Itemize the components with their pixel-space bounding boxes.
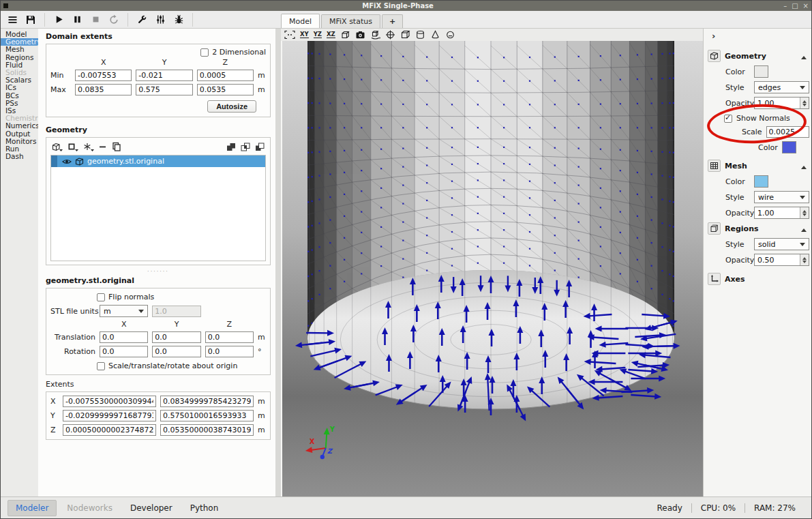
mesh-props-icon [708, 160, 721, 172]
xmax-field[interactable] [75, 84, 132, 95]
stop-icon[interactable] [87, 12, 104, 27]
geometry-group: geometry.stl.original [46, 137, 271, 265]
collapse-section-icon[interactable] [801, 53, 807, 59]
sidebar-item-mesh[interactable]: Mesh [1, 46, 38, 53]
collapse-panel-icon[interactable]: › [708, 31, 809, 46]
mesh-color-swatch[interactable] [754, 175, 768, 188]
translation-x-field[interactable] [100, 331, 148, 343]
origin-axes-icon[interactable] [385, 29, 395, 40]
settings-wrench-icon[interactable] [134, 12, 150, 27]
regions-props-icon [708, 222, 721, 235]
translation-z-field[interactable] [205, 331, 254, 343]
zmax-field[interactable] [197, 84, 254, 95]
geometry-list: geometry.stl.original [50, 155, 266, 261]
mode-modeler[interactable]: Modeler [7, 500, 57, 516]
flip-normals-checkbox[interactable] [97, 293, 105, 301]
tab-mfix-status[interactable]: MFiX status [321, 14, 380, 28]
ymax-field[interactable] [136, 84, 192, 95]
geometry-style-dropdown[interactable]: edges [754, 81, 809, 93]
geometry-visibility-icon[interactable] [400, 29, 410, 40]
mesh-props-header[interactable]: Mesh [708, 160, 809, 172]
rotation-x-field[interactable] [100, 346, 148, 357]
two-dimensional-checkbox[interactable] [200, 48, 209, 57]
parameters-sliders-icon[interactable] [152, 12, 168, 27]
ymin-field[interactable] [136, 70, 192, 81]
add-primitive-icon[interactable] [67, 143, 78, 151]
translation-label: Translation [50, 333, 95, 342]
regions-props-header[interactable]: Regions [708, 222, 809, 235]
chevron-down-icon [800, 86, 805, 92]
add-geometry-icon[interactable] [52, 143, 63, 151]
extents-xmax-field[interactable] [160, 396, 254, 407]
view-xy-icon[interactable]: XY [300, 29, 309, 40]
geometry-opacity-spinner[interactable]: 1.00 [754, 97, 809, 109]
tab-new[interactable]: + [382, 14, 403, 28]
mesh-opacity-spinner[interactable]: 1.00 [754, 207, 809, 219]
reset-icon[interactable] [106, 12, 122, 27]
debug-bug-icon[interactable] [170, 12, 187, 27]
reset-view-icon[interactable] [284, 29, 295, 40]
rotate-view-icon[interactable] [370, 29, 380, 40]
add-filter-icon[interactable] [83, 143, 94, 151]
close-button[interactable]: × [803, 2, 809, 10]
status-ready: Ready [648, 503, 691, 513]
remove-geometry-icon[interactable] [99, 143, 107, 151]
xmin-field[interactable] [75, 70, 132, 81]
menu-icon[interactable] [4, 12, 20, 27]
geometry-props-header[interactable]: Geometry [708, 50, 809, 62]
show-normals-checkbox[interactable] [724, 115, 732, 123]
regions-opacity-spinner[interactable]: 0.50 [754, 254, 809, 266]
minimize-button[interactable]: – [783, 2, 787, 10]
autosize-button[interactable]: Autosize [207, 100, 256, 113]
visibility-eye-icon[interactable] [62, 158, 72, 166]
extents-ymin-field[interactable] [63, 410, 156, 421]
sidebar-item-dash[interactable]: Dash [1, 153, 38, 160]
sidebar-item-ics[interactable]: ICs [1, 84, 38, 91]
show-normals-label: Show Normals [736, 114, 790, 123]
regions-visibility-icon[interactable] [430, 29, 440, 40]
panel-splitter[interactable] [275, 29, 281, 496]
rotation-y-field[interactable] [152, 346, 200, 357]
perspective-icon[interactable] [340, 29, 350, 40]
sidebar-item-numerics[interactable]: Numerics [1, 122, 38, 130]
geometry-color-swatch[interactable] [754, 65, 768, 78]
translation-y-field[interactable] [152, 331, 200, 343]
normals-visibility-icon[interactable] [445, 29, 455, 40]
run-icon[interactable] [50, 12, 67, 27]
save-icon[interactable] [22, 12, 39, 27]
copy-geometry-icon[interactable] [112, 142, 121, 151]
boolean-difference-icon[interactable] [255, 143, 265, 151]
panel-splitter-handle[interactable]: ······· [46, 270, 271, 274]
extents-title: Extents [46, 380, 271, 389]
stl-header-y: Y [152, 320, 200, 329]
extents-xmin-field[interactable] [63, 396, 156, 407]
axes-props-header[interactable]: Axes [708, 273, 809, 285]
extents-zmin-field[interactable] [63, 424, 156, 436]
zmin-field[interactable] [197, 70, 254, 81]
camera-screenshot-icon[interactable] [355, 29, 365, 40]
about-origin-checkbox[interactable] [97, 362, 105, 370]
normals-scale-field[interactable] [766, 126, 809, 138]
view-yz-icon[interactable]: YZ [314, 29, 322, 40]
view-xz-icon[interactable]: XZ [327, 29, 335, 40]
maximize-button[interactable]: □ [792, 2, 798, 10]
tab-model[interactable]: Model [281, 14, 320, 28]
stl-units-dropdown[interactable]: m [100, 305, 148, 317]
boolean-intersect-icon[interactable] [241, 143, 250, 151]
extents-zmax-field[interactable] [160, 424, 254, 436]
scene-svg[interactable]: XYZ [282, 41, 703, 496]
mesh-visibility-icon[interactable] [415, 29, 425, 40]
geometry-list-item[interactable]: geometry.stl.original [51, 155, 265, 167]
collapse-section-icon[interactable] [801, 226, 807, 232]
mesh-style-dropdown[interactable]: wire [754, 191, 809, 203]
normals-color-swatch[interactable] [782, 141, 796, 153]
boolean-union-icon[interactable] [226, 143, 236, 151]
pause-icon[interactable] [69, 12, 85, 27]
collapse-section-icon[interactable] [801, 163, 807, 169]
rotation-z-field[interactable] [205, 346, 254, 357]
viewport-3d[interactable]: XYZ [281, 41, 703, 496]
mode-python[interactable]: Python [183, 501, 226, 516]
mode-developer[interactable]: Developer [123, 501, 180, 516]
extents-ymax-field[interactable] [160, 410, 254, 421]
regions-style-dropdown[interactable]: solid [754, 238, 809, 250]
